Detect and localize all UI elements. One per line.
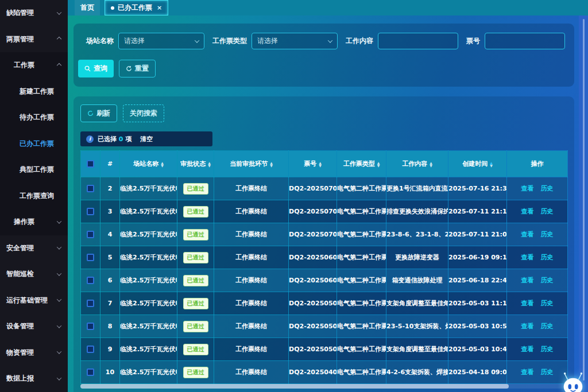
cell-type: 电气第二种工作票 bbox=[337, 200, 386, 223]
history-link[interactable]: 历史 bbox=[541, 300, 554, 307]
query-button[interactable]: 查询 bbox=[78, 60, 114, 77]
sidebar-item-label: 缺陷管理 bbox=[6, 8, 34, 18]
sidebar-item[interactable]: 新建工作票 bbox=[0, 79, 68, 105]
cell-content: 更换故障逆变器 bbox=[386, 246, 448, 269]
sidebar: 缺陷管理两票管理工作票新建工作票待办工作票已办工作票典型工作票工作票查询操作票安… bbox=[0, 0, 68, 392]
work-content-input[interactable] bbox=[378, 33, 458, 49]
sidebar-item[interactable]: 两票管理 bbox=[0, 26, 68, 53]
history-link[interactable]: 历史 bbox=[541, 185, 554, 192]
view-link[interactable]: 查看 bbox=[521, 254, 534, 261]
close-search-button[interactable]: 关闭搜索 bbox=[123, 104, 164, 122]
sort-icon[interactable]: ▲▼ bbox=[377, 161, 380, 167]
sidebar-item[interactable]: 运行基础管理 bbox=[0, 288, 68, 314]
view-link[interactable]: 查看 bbox=[521, 208, 534, 215]
cell-ticket: DQ2-202506002 bbox=[289, 269, 337, 292]
cell-checkbox bbox=[81, 361, 100, 384]
cell-status: 已通过 bbox=[177, 200, 214, 223]
cell-content: 箱变通信故障处理 bbox=[386, 269, 448, 292]
sort-icon[interactable]: ▲▼ bbox=[430, 161, 432, 167]
view-link[interactable]: 查看 bbox=[521, 277, 534, 284]
vertical-scrollbar-thumb[interactable] bbox=[583, 19, 585, 381]
status-badge: 已通过 bbox=[183, 367, 208, 378]
tab-active[interactable]: 已办工作票 × bbox=[105, 0, 168, 15]
sort-icon[interactable]: ▲▼ bbox=[270, 161, 273, 167]
sidebar-item[interactable]: 数据上报 bbox=[0, 366, 68, 392]
history-link[interactable]: 历史 bbox=[541, 208, 554, 215]
sidebar-item[interactable]: 工作票查询 bbox=[0, 183, 68, 209]
sort-icon[interactable]: ▲▼ bbox=[319, 161, 322, 167]
sidebar-item-label: 工作票 bbox=[14, 60, 34, 70]
sidebar-item[interactable]: 设备管理 bbox=[0, 313, 68, 340]
work-content-label: 工作内容 bbox=[346, 36, 373, 46]
column-header[interactable]: 工作票类型▲▼ bbox=[337, 151, 386, 177]
history-link[interactable]: 历史 bbox=[541, 323, 554, 330]
history-link[interactable]: 历史 bbox=[541, 368, 554, 376]
vertical-scrollbar-track[interactable] bbox=[579, 15, 588, 392]
tab-close-icon[interactable]: × bbox=[157, 4, 162, 11]
sidebar-item[interactable]: 安全管理 bbox=[0, 235, 68, 262]
sidebar-item[interactable]: 智能巡检 bbox=[0, 261, 68, 288]
assistant-robot-icon[interactable] bbox=[560, 370, 586, 392]
cell-actions: 查看历史 bbox=[507, 223, 568, 246]
history-link[interactable]: 历史 bbox=[541, 254, 554, 261]
view-link[interactable]: 查看 bbox=[521, 346, 534, 353]
sidebar-item[interactable]: 操作票 bbox=[0, 209, 68, 235]
row-checkbox[interactable] bbox=[87, 277, 94, 284]
history-link[interactable]: 历史 bbox=[541, 277, 554, 284]
select-all-checkbox[interactable] bbox=[87, 160, 94, 168]
view-link[interactable]: 查看 bbox=[521, 185, 534, 192]
chevron-down-icon bbox=[57, 245, 61, 250]
row-checkbox[interactable] bbox=[87, 254, 94, 261]
ticket-type-select[interactable]: 请选择 bbox=[252, 33, 338, 49]
view-link[interactable]: 查看 bbox=[521, 368, 534, 376]
view-link[interactable]: 查看 bbox=[521, 323, 534, 330]
column-header[interactable]: 工作内容▲▼ bbox=[386, 151, 448, 177]
table-row: 6临洮2.5万千瓦光伏电...已通过工作票终结DQ2-202506002电气第二… bbox=[81, 269, 568, 292]
cell-created: 2025-06-19 09:12:22 bbox=[448, 246, 507, 269]
column-header[interactable]: 票号▲▼ bbox=[289, 151, 337, 177]
cell-checkbox bbox=[81, 223, 100, 246]
ticket-no-input[interactable] bbox=[485, 33, 565, 49]
column-header[interactable]: 当前审批环节▲▼ bbox=[214, 151, 289, 177]
cell-content: 支架角度调整至最佳角度 bbox=[386, 292, 448, 315]
row-checkbox[interactable] bbox=[87, 368, 94, 376]
refresh-button[interactable]: 刷新 bbox=[80, 104, 117, 122]
row-checkbox[interactable] bbox=[87, 300, 94, 307]
history-link[interactable]: 历史 bbox=[541, 231, 554, 238]
sidebar-item[interactable]: 典型工作票 bbox=[0, 157, 68, 183]
row-checkbox[interactable] bbox=[87, 208, 94, 215]
column-header[interactable]: 创建时间▲▼ bbox=[448, 151, 507, 177]
row-checkbox[interactable] bbox=[87, 231, 94, 238]
horizontal-scrollbar-track[interactable] bbox=[80, 384, 567, 389]
sidebar-item[interactable]: 已办工作票 bbox=[0, 131, 68, 157]
station-name-select[interactable]: 请选择 bbox=[118, 33, 204, 49]
view-link[interactable]: 查看 bbox=[521, 231, 534, 238]
sidebar-item-label: 新建工作票 bbox=[20, 87, 54, 96]
cell-index: 2 bbox=[100, 177, 120, 200]
clear-selection-link[interactable]: 清空 bbox=[140, 135, 153, 143]
cell-step: 工作票终结 bbox=[214, 223, 289, 246]
cell-created: 2025-07-16 21:34:57 bbox=[448, 177, 507, 200]
status-badge: 已通过 bbox=[183, 275, 208, 286]
history-link[interactable]: 历史 bbox=[541, 346, 554, 353]
column-header[interactable]: 场站名称▲▼ bbox=[120, 151, 177, 177]
column-header[interactable]: 审批状态▲▼ bbox=[177, 151, 214, 177]
row-checkbox[interactable] bbox=[87, 185, 94, 192]
sidebar-item[interactable]: 缺陷管理 bbox=[0, 0, 68, 26]
sidebar-item-label: 操作票 bbox=[14, 217, 34, 227]
filter-panel: 场站名称 请选择 工作票类型 请选择 工作内容 bbox=[74, 24, 574, 87]
sort-icon[interactable]: ▲▼ bbox=[490, 161, 493, 167]
horizontal-scrollbar-thumb[interactable] bbox=[80, 384, 509, 389]
sidebar-item[interactable]: 待办工作票 bbox=[0, 104, 68, 131]
cell-checkbox bbox=[81, 200, 100, 223]
sidebar-item[interactable]: 工作票 bbox=[0, 52, 68, 79]
reset-button[interactable]: 重置 bbox=[119, 60, 156, 77]
query-button-label: 查询 bbox=[94, 64, 107, 73]
sort-icon[interactable]: ▲▼ bbox=[161, 161, 164, 167]
row-checkbox[interactable] bbox=[87, 323, 94, 330]
sort-icon[interactable]: ▲▼ bbox=[208, 161, 211, 167]
tab-home[interactable]: 首页 bbox=[75, 0, 100, 15]
row-checkbox[interactable] bbox=[87, 346, 94, 353]
view-link[interactable]: 查看 bbox=[521, 300, 534, 307]
sidebar-item[interactable]: 物资管理 bbox=[0, 340, 68, 366]
